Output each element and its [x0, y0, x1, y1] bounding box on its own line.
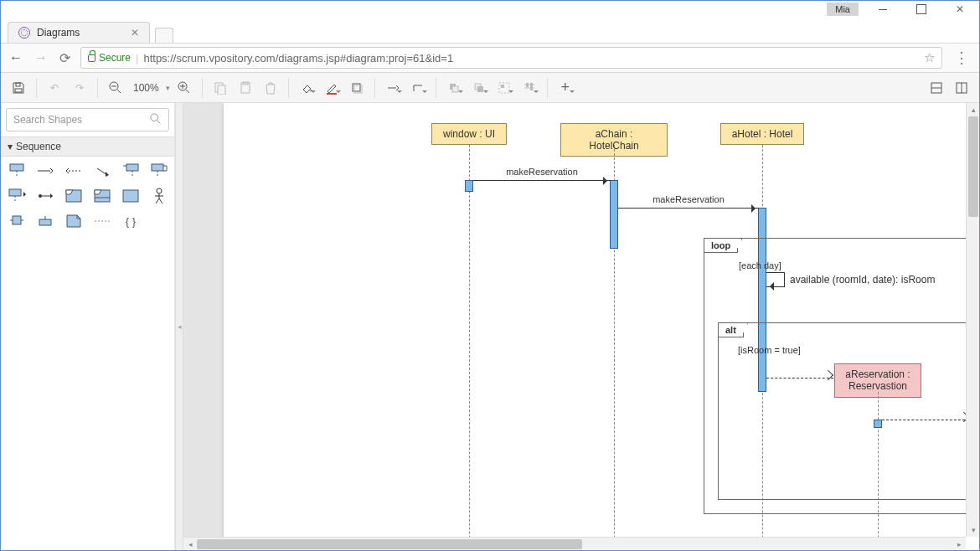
url-text: https://scrum.vpository.com/diagrams.jsp…: [143, 52, 453, 64]
svg-line-6: [186, 90, 189, 93]
vertical-scrollbar[interactable]: ▴ ▾: [966, 103, 979, 537]
shape-recursive[interactable]: [148, 162, 170, 180]
shadow-button[interactable]: [346, 77, 368, 99]
undo-button[interactable]: ↶: [44, 77, 65, 99]
sequence-panel-header[interactable]: ▾ Sequence: [1, 136, 174, 157]
search-placeholder: Search Shapes: [13, 114, 82, 126]
shape-text[interactable]: { }: [120, 212, 142, 230]
lifeline-window[interactable]: window : UI: [431, 123, 507, 145]
zoom-dropdown-icon[interactable]: ▾: [166, 84, 170, 92]
canvas-scroll[interactable]: window : UI aChain : HotelChain aHotel :…: [183, 103, 979, 550]
svg-rect-25: [526, 83, 529, 87]
lifeline-hotel[interactable]: aHotel : Hotel: [720, 123, 804, 145]
msg-create-reservation[interactable]: [766, 378, 833, 378]
activation-window[interactable]: [465, 180, 473, 192]
reload-button[interactable]: ⟳: [58, 50, 72, 66]
bring-front-button[interactable]: [468, 77, 490, 99]
svg-rect-38: [126, 164, 138, 171]
copy-button[interactable]: [209, 77, 231, 99]
activation-chain[interactable]: [610, 180, 618, 249]
msg-chain-to-hotel[interactable]: makeReservation: [618, 208, 759, 209]
secure-label: Secure: [99, 52, 131, 64]
guard-alt: [isRoom = true]: [738, 345, 801, 355]
save-button[interactable]: [8, 77, 29, 99]
arrow-icon: [751, 204, 760, 213]
align-button[interactable]: [518, 77, 540, 99]
connector-end-button[interactable]: [382, 77, 404, 99]
shape-lifeline[interactable]: [6, 162, 28, 180]
zoom-out-button[interactable]: [105, 77, 126, 99]
sidebar-splitter[interactable]: ◂: [175, 103, 183, 550]
svg-line-55: [159, 198, 162, 203]
canvas-area: window : UI aChain : HotelChain aHotel :…: [183, 103, 979, 550]
tab-close-icon[interactable]: ✕: [131, 27, 139, 39]
send-back-button[interactable]: [443, 77, 465, 99]
favicon-icon: [18, 27, 30, 39]
shape-frame-alt[interactable]: [91, 187, 113, 205]
paste-button[interactable]: [235, 77, 256, 99]
window-close-button[interactable]: [941, 1, 979, 18]
secure-indicator: Secure: [88, 52, 131, 64]
zoom-level[interactable]: 100%: [130, 82, 162, 94]
msg-window-to-chain[interactable]: makeReservation: [473, 180, 611, 181]
redo-button[interactable]: ↷: [69, 77, 90, 99]
svg-rect-20: [477, 86, 483, 92]
svg-rect-0: [15, 89, 22, 92]
shape-frame-loop[interactable]: [63, 187, 85, 205]
connector-style-button[interactable]: [407, 77, 429, 99]
view-vertical-button[interactable]: [951, 77, 972, 99]
user-badge: Mia: [827, 3, 859, 16]
svg-rect-26: [530, 83, 533, 90]
shape-actor[interactable]: [148, 187, 170, 205]
shape-duration[interactable]: [34, 187, 56, 205]
browser-menu-button[interactable]: ⋮: [951, 49, 972, 67]
line-color-button[interactable]: [321, 77, 343, 99]
fragment-alt-label: alt: [718, 322, 744, 337]
svg-rect-50: [123, 190, 138, 202]
window-minimize-button[interactable]: [864, 1, 902, 18]
delete-button[interactable]: [260, 77, 281, 99]
svg-rect-10: [218, 85, 225, 95]
diagram-paper[interactable]: window : UI aChain : HotelChain aHotel :…: [224, 103, 979, 550]
forward-button[interactable]: →: [33, 50, 49, 65]
search-shapes-input[interactable]: Search Shapes: [6, 108, 169, 131]
msg-self-available[interactable]: [766, 272, 785, 287]
window-maximize-button[interactable]: [902, 1, 941, 18]
window-titlebar: Mia: [1, 1, 979, 18]
new-tab-button[interactable]: [155, 28, 173, 43]
zoom-in-button[interactable]: [173, 77, 195, 99]
bookmark-icon[interactable]: ☆: [924, 50, 935, 65]
view-horizontal-button[interactable]: [926, 77, 947, 99]
shape-frame[interactable]: [120, 187, 142, 205]
fill-color-button[interactable]: [296, 77, 317, 99]
shape-note[interactable]: [63, 212, 85, 230]
add-button[interactable]: +: [554, 77, 576, 99]
svg-line-3: [117, 90, 121, 93]
separator: |: [136, 52, 138, 64]
back-button[interactable]: ←: [8, 50, 24, 65]
shape-return[interactable]: [63, 162, 85, 180]
shapes-sidebar: Search Shapes ▾ Sequence: [1, 103, 175, 550]
browser-tab[interactable]: Diagrams ✕: [8, 22, 150, 43]
horizontal-scroll-thumb[interactable]: [197, 539, 582, 549]
group-button[interactable]: [493, 77, 515, 99]
shape-gate[interactable]: [6, 212, 28, 230]
svg-line-54: [156, 198, 159, 203]
lifeline-window-line: [469, 145, 470, 550]
msg-create-confirmation[interactable]: [882, 420, 969, 420]
svg-point-45: [39, 194, 42, 198]
editor-toolbar: ↶ ↷ 100% ▾: [1, 73, 979, 103]
shape-continuation[interactable]: [34, 212, 56, 230]
url-input[interactable]: Secure | https://scrum.vpository.com/dia…: [80, 47, 942, 69]
shape-concurrent[interactable]: [6, 187, 28, 205]
shape-constraint[interactable]: [91, 212, 113, 230]
horizontal-scrollbar[interactable]: ◂ ▸: [183, 537, 966, 550]
shape-message[interactable]: [34, 162, 56, 180]
msg-label: makeReservation: [652, 194, 725, 204]
shape-found[interactable]: [91, 162, 113, 180]
browser-tab-strip: Diagrams ✕: [1, 18, 979, 43]
shape-entity[interactable]: [120, 162, 142, 180]
browser-url-bar: ← → ⟳ Secure | https://scrum.vpository.c…: [1, 43, 979, 73]
shapes-palette: { }: [1, 157, 174, 235]
vertical-scroll-thumb[interactable]: [968, 116, 978, 217]
